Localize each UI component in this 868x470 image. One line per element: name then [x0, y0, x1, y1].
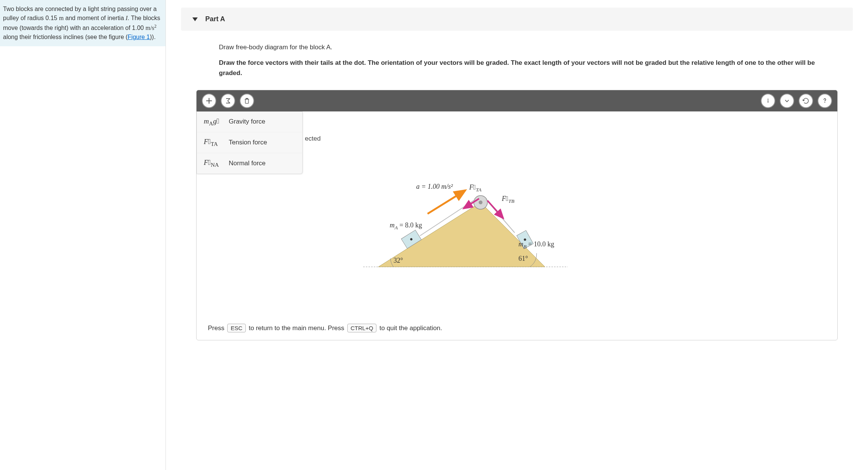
gravity-label: Gravity force: [229, 118, 265, 125]
instruction-line-1: Draw free-body diagram for the block A.: [219, 42, 815, 52]
collapse-caret-icon[interactable]: [192, 17, 198, 21]
fta-label: F⃗TA: [469, 183, 481, 193]
gravity-symbol: mAg⃗: [204, 117, 223, 127]
ma-label: mA = 8.0 kg: [390, 221, 422, 231]
normal-symbol: F⃗NA: [204, 158, 223, 168]
sum-button[interactable]: [221, 94, 235, 108]
help-button[interactable]: [818, 94, 832, 108]
reset-button[interactable]: [799, 94, 813, 108]
unit-accel: m/s2: [145, 25, 156, 31]
info-icon: [764, 97, 772, 105]
dropdown-button[interactable]: [780, 94, 794, 108]
figure-link[interactable]: Figure 1: [128, 34, 150, 40]
svg-point-2: [824, 102, 825, 103]
force-option-gravity[interactable]: mAg⃗ Gravity force: [197, 112, 302, 133]
svg-rect-1: [768, 100, 768, 103]
part-title: Part A: [205, 15, 225, 23]
esc-key: ESC: [227, 324, 246, 332]
ctrlq-key: CTRL+Q: [347, 324, 377, 332]
normal-label: Normal force: [229, 160, 265, 167]
instructions: Draw free-body diagram for the block A. …: [181, 31, 853, 86]
accel-exp: 2: [154, 24, 156, 29]
force-palette: mAg⃗ Gravity force F⃗TA Tension force F⃗…: [197, 111, 303, 174]
problem-text-5: )).: [150, 34, 156, 40]
force-option-tension[interactable]: F⃗TA Tension force: [197, 132, 302, 153]
accel-label: a = 1.00 m/s²: [416, 183, 453, 191]
ftb-label: F⃗TB: [502, 195, 514, 204]
svg-point-0: [768, 99, 769, 100]
problem-statement: Two blocks are connected by a light stri…: [0, 0, 165, 46]
problem-text-2: and moment of inertia: [64, 15, 126, 21]
footer-mid: to return to the main menu. Press: [247, 324, 346, 332]
angle-left-label: 32°: [393, 257, 403, 265]
info-button[interactable]: [761, 94, 775, 108]
question-icon: [821, 97, 829, 105]
angle-right-label: 61°: [518, 255, 528, 263]
drawing-canvas-container: ected mAg⃗ Gravity force F⃗TA Tension fo…: [196, 90, 838, 340]
tension-label: Tension force: [229, 139, 267, 146]
canvas-body[interactable]: ected mAg⃗ Gravity force F⃗TA Tension fo…: [197, 111, 837, 316]
svg-point-5: [479, 201, 482, 204]
footer-press: Press: [208, 324, 226, 332]
svg-line-12: [428, 190, 465, 214]
canvas-toolbar: [197, 90, 837, 111]
sigma-icon: [224, 97, 232, 105]
physics-diagram: a = 1.00 m/s² F⃗TA F⃗TB mA = 8.0 kg mB =…: [356, 172, 583, 286]
text-fragment-behind: ected: [305, 135, 321, 143]
main-content: Part A Draw free-body diagram for the bl…: [166, 0, 868, 470]
sidebar: Two blocks are connected by a light stri…: [0, 0, 166, 470]
tension-symbol: F⃗TA: [204, 138, 223, 147]
chevron-down-icon: [783, 97, 791, 105]
reset-icon: [802, 97, 810, 105]
accel-unit-base: m/s: [145, 25, 154, 31]
add-button[interactable]: [202, 94, 216, 108]
unit-m: m: [59, 15, 64, 21]
plus-icon: [205, 97, 213, 105]
problem-text-4: along their frictionless inclines (see t…: [3, 34, 128, 40]
delete-button[interactable]: [240, 94, 254, 108]
canvas-footer-hint: Press ESC to return to the main menu. Pr…: [197, 316, 837, 340]
force-option-normal[interactable]: F⃗NA Normal force: [197, 153, 302, 174]
mb-label: mB = 10.0 kg: [518, 240, 554, 250]
trash-icon: [243, 97, 251, 105]
footer-end: to quit the application.: [378, 324, 442, 332]
instruction-line-2: Draw the force vectors with their tails …: [219, 58, 815, 78]
part-header: Part A: [181, 8, 853, 31]
